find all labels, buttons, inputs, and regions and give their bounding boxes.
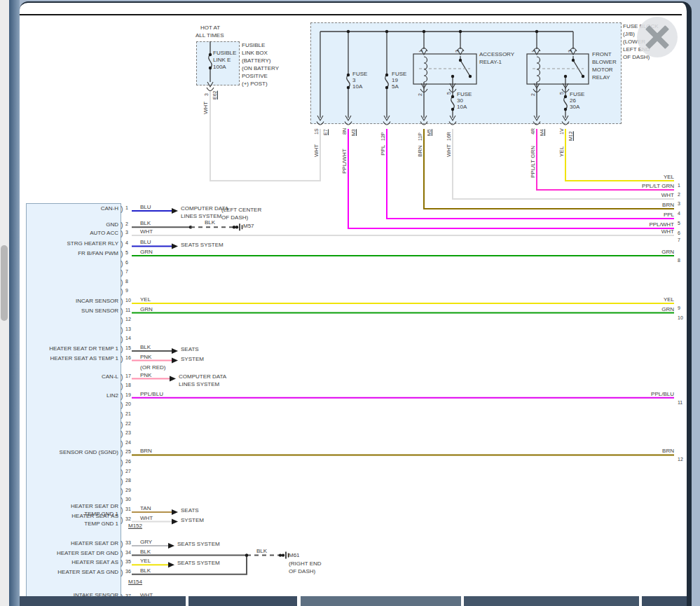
junction-dot (209, 53, 212, 56)
connector-arc-icon (420, 122, 427, 125)
component-label: 19 (392, 77, 398, 83)
pin-number: 36 (125, 568, 131, 574)
arrow-icon (172, 243, 178, 249)
arrow-icon (168, 543, 174, 549)
arrow-icon (172, 519, 178, 525)
wire-color-label: GRN (661, 306, 674, 312)
pin-label: HEATER SEAT DR TEMP 1 (49, 345, 118, 352)
pin-socket-icon: ) (121, 401, 123, 409)
pin-number: 9 (125, 287, 128, 294)
component-label: 10A (457, 104, 467, 110)
pin-label: STRG HEATER RLY (67, 240, 119, 247)
pin-socket-icon: ) (121, 250, 123, 258)
pin-label: CAN-H (101, 205, 118, 212)
wire-number: 1 (678, 182, 680, 188)
pin-socket-icon: ) (121, 221, 123, 229)
pin-socket-icon: ) (121, 421, 123, 429)
wire-color-label: YEL (664, 296, 674, 303)
pin-number: 30 (125, 496, 131, 502)
junction-dot (347, 74, 350, 76)
bottom-bar-segment[interactable] (642, 596, 687, 606)
wire-color-label: WHT (140, 228, 153, 235)
pin-socket-icon: ) (121, 336, 123, 343)
wire-color-note: (OR RED) (140, 364, 165, 371)
junction-dot (245, 553, 248, 556)
wire-color-label: BLK (140, 567, 151, 574)
component-label: ACCESSORY (479, 51, 514, 57)
pin-number: 13 (125, 326, 131, 332)
pin-socket-icon: ) (121, 373, 123, 381)
junction-dot (235, 226, 238, 228)
pin-number: 2 (530, 93, 536, 96)
pin-number: 35 (125, 558, 131, 565)
pin-socket-icon: ) (121, 317, 123, 324)
bottom-bar-segment[interactable] (20, 596, 186, 606)
component-label: 100A (213, 64, 226, 70)
component-label: 5A (392, 83, 399, 90)
wire-number: 12 (678, 456, 683, 462)
junction-dot (385, 86, 388, 89)
system-link-label: SEATS SYSTEM (177, 560, 220, 566)
junction-dot (451, 95, 454, 98)
pin-socket-icon: ) (121, 411, 123, 419)
pin-socket-icon: ) (121, 550, 123, 558)
wire-BRN (424, 129, 674, 209)
bottom-bar-segment[interactable] (301, 596, 461, 606)
pin-label: CAN-L (102, 373, 118, 380)
pin-socket-icon: ) (121, 449, 123, 457)
pin-label: SUN SENSOR (81, 308, 118, 314)
junction-dot (564, 75, 567, 78)
junction-dot (459, 30, 462, 33)
wire-number: 4 (678, 210, 680, 216)
component-label: 30A (570, 104, 579, 110)
scrollbar-thumb[interactable] (1, 245, 8, 321)
wire-color-label: GRN (140, 249, 153, 255)
component-label: FUSE (392, 71, 406, 77)
wire-number: 10 (678, 315, 683, 321)
fuse-icon (385, 75, 389, 88)
pin-socket-icon: ) (121, 430, 123, 438)
wire-color-label: BLK (140, 220, 151, 226)
wire-WHT (453, 129, 674, 199)
system-link-label: SEATS SYSTEM (181, 242, 224, 248)
arrow-icon (172, 208, 178, 214)
wire-color-label: GRY (140, 539, 152, 545)
pin-number: 16R (446, 132, 452, 141)
pin-socket-icon: ) (121, 478, 123, 486)
pin-socket-icon: ) (121, 288, 123, 296)
pin-label: INCAR SENSOR (76, 298, 118, 304)
bottom-bar-segment[interactable] (464, 596, 639, 606)
junction-dot (535, 30, 538, 33)
component-label: MOTOR (592, 67, 613, 73)
arrow-icon (172, 358, 178, 364)
pin-socket-icon: ) (121, 559, 123, 567)
pin-number: 16 (125, 354, 131, 361)
arrow-icon (168, 562, 174, 567)
pin-number: 1 (530, 50, 537, 53)
component-label: (+) POST) (242, 81, 268, 87)
wire-color-label: YEL (664, 174, 674, 180)
pin-number: 24 (125, 439, 131, 446)
junction-dot (582, 75, 584, 78)
wire-color-label: BLK (140, 549, 151, 555)
pin-socket-icon: ) (121, 383, 123, 390)
connector-arc-icon (449, 122, 456, 125)
connector-name: M152 (128, 523, 142, 529)
component-label: LINK E (213, 57, 231, 63)
power-rating: HOT AT (200, 25, 220, 31)
close-button[interactable] (637, 17, 678, 57)
pin-socket-icon: ) (121, 260, 123, 268)
wire-color-label: PNK (140, 354, 151, 360)
pin-label: SENSOR GND (SGND) (60, 449, 118, 455)
pin-socket-icon: ) (121, 279, 123, 287)
connector-name: M5 (426, 129, 432, 136)
relay-coil-icon (537, 57, 540, 82)
pin-number: 8N (341, 128, 348, 135)
pin-socket-icon: ) (121, 240, 123, 248)
pin-label: GND (106, 221, 118, 228)
pin-socket-icon: ) (121, 230, 123, 237)
wire-color-label: PPL (664, 212, 674, 218)
pin-number: 8 (125, 278, 128, 284)
pin-label: AUTO ACC (90, 230, 118, 236)
bottom-bar-segment[interactable] (188, 596, 297, 606)
